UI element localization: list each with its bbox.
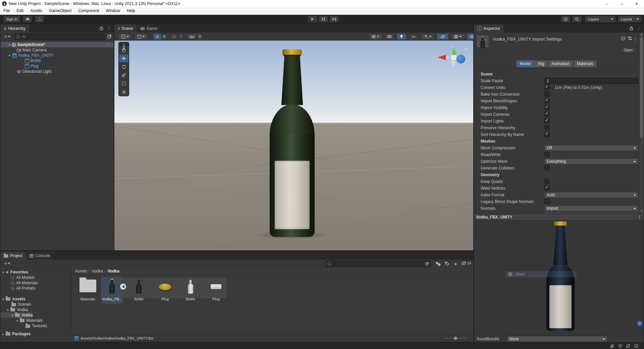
refresh-disabled-icon[interactable] [626, 344, 631, 348]
step-button[interactable] [329, 16, 339, 22]
menu-help[interactable]: Help [123, 7, 139, 15]
check-status-icon[interactable] [634, 344, 639, 348]
preview-area[interactable]: Окно [474, 221, 644, 335]
tab-animation[interactable]: Animation [548, 60, 573, 67]
hierarchy-search-field[interactable] [21, 34, 104, 39]
legacy-blendshape-normals-checkbox[interactable] [544, 199, 550, 204]
maximize-button[interactable] [614, 0, 629, 7]
tree-scenes[interactable]: Scenes [1, 302, 31, 307]
hierarchy-menu-icon[interactable] [107, 25, 111, 31]
scale-tool-button[interactable] [119, 71, 128, 79]
y-axis-handle[interactable] [451, 48, 457, 55]
label-blue-icon[interactable] [637, 321, 642, 326]
pause-button[interactable] [319, 16, 328, 22]
tree-vodka-selected[interactable]: Vodka [1, 312, 33, 318]
menu-gameobject[interactable]: GameObject [46, 7, 75, 15]
project-search-input[interactable] [326, 260, 431, 267]
rotate-tool-button[interactable] [119, 62, 128, 71]
menu-edit[interactable]: Edit [13, 7, 27, 15]
tree-all-prefabs[interactable]: All Prefabs [1, 286, 36, 291]
generate-colliders-checkbox[interactable] [544, 165, 550, 170]
menu-component[interactable]: Component [75, 7, 102, 15]
snap-toggle[interactable] [170, 34, 178, 40]
breadcrumb-assets[interactable]: Assets [75, 269, 87, 273]
scroll-up-icon[interactable]: ▲ [639, 33, 644, 37]
neg-y-axis-handle[interactable] [451, 61, 456, 67]
import-cameras-checkbox[interactable] [544, 111, 550, 117]
slider-handle[interactable] [454, 337, 457, 340]
search-by-label-icon[interactable] [445, 261, 449, 266]
create-asset-button[interactable]: + [2, 260, 12, 266]
tab-project[interactable]: Project [0, 252, 26, 260]
layers-dropdown[interactable]: Layers [585, 16, 616, 22]
asset-item-vodka-fbx[interactable]: Vodka_FB... [101, 278, 123, 304]
layout-dropdown[interactable]: Layout [618, 16, 641, 22]
cloud-button[interactable] [23, 16, 32, 22]
lock-icon[interactable] [100, 26, 103, 30]
preview-header[interactable]: Vodka_FBX_UNITY [474, 213, 644, 220]
read-write-checkbox[interactable] [544, 152, 550, 157]
sign-in-button[interactable]: Sign in [3, 16, 20, 22]
expand-arrow-icon[interactable] [9, 42, 10, 47]
breadcrumb-vodka[interactable]: Vodka [92, 269, 103, 273]
tab-hierarchy[interactable]: Hierarchy [0, 24, 29, 33]
picker-icon[interactable] [107, 34, 112, 39]
scene-toolbar-menu-icon[interactable] [468, 34, 472, 40]
collapse-subassets-button[interactable] [120, 284, 126, 290]
favorites-filter-icon[interactable] [454, 261, 458, 267]
grid-options-dropdown[interactable] [162, 34, 167, 40]
convert-units-checkbox[interactable] [544, 85, 550, 90]
blend-shape-normals-dropdown[interactable]: Calculate [544, 212, 638, 213]
scroll-down-icon[interactable]: ▼ [639, 209, 644, 213]
z-axis-handle[interactable] [457, 55, 465, 63]
menu-file[interactable]: File [0, 7, 13, 15]
lock-icon[interactable] [630, 26, 633, 30]
hierarchy-search-input[interactable] [14, 33, 105, 40]
tree-item-vodka-fbx-unity[interactable]: Vodka_FBX_UNITY [1, 53, 113, 58]
scene-visibility-toggle[interactable] [437, 34, 448, 40]
bottle-object[interactable] [259, 41, 326, 250]
rect-tool-button[interactable] [119, 79, 128, 88]
plastic-scm-button[interactable] [35, 16, 44, 22]
inspector-menu-icon[interactable] [637, 25, 641, 31]
tab-scene[interactable]: #Scene [114, 24, 137, 33]
presets-icon[interactable] [628, 36, 632, 40]
tab-game[interactable]: Game [137, 24, 161, 33]
tree-all-models[interactable]: All Models [1, 275, 35, 280]
expand-arrow-icon[interactable] [9, 53, 10, 58]
keep-quads-checkbox[interactable] [544, 179, 550, 184]
asset-item-materials[interactable]: Materials [77, 278, 99, 304]
tree-materials[interactable]: Materials [1, 318, 43, 323]
create-object-button[interactable]: + [2, 34, 12, 40]
inspector-scrollbar[interactable]: ▲ ▼ [639, 33, 644, 213]
import-blendshapes-checkbox[interactable] [544, 98, 550, 103]
2d-toggle[interactable]: 2D [385, 34, 394, 40]
asset-item-plug-white[interactable]: Plug [205, 278, 227, 304]
header-menu-icon[interactable] [633, 36, 638, 42]
tab-model[interactable]: Model [516, 60, 535, 67]
bake-axis-conversion-checkbox[interactable] [544, 91, 550, 97]
hidden-count[interactable]: 14 [461, 261, 471, 265]
tree-packages[interactable]: Packages [1, 331, 31, 337]
x-axis-handle[interactable] [438, 55, 446, 60]
open-button[interactable]: Open [620, 47, 637, 53]
preserve-hierarchy-checkbox[interactable] [544, 125, 550, 130]
tree-item-plug[interactable]: Plug [1, 63, 113, 69]
menu-assets[interactable]: Assets [27, 7, 46, 15]
asset-item-plug-mesh[interactable]: Plug [154, 278, 176, 304]
optimize-mesh-dropdown[interactable]: Everything [544, 158, 638, 164]
tab-rig[interactable]: Rig [534, 60, 548, 67]
breadcrumb-vodka2[interactable]: Vodka [108, 269, 119, 273]
move-tool-button[interactable] [119, 54, 128, 62]
play-button[interactable] [308, 16, 317, 22]
index-format-dropdown[interactable]: Auto [544, 192, 638, 198]
projection-label[interactable]: ◂ Persp [444, 72, 458, 77]
tree-item-bottle[interactable]: Bottle [1, 58, 113, 63]
mesh-compression-dropdown[interactable]: Off [544, 145, 638, 151]
tab-console[interactable]: Console [26, 252, 53, 260]
asset-item-bottle-white[interactable]: Bottle [180, 278, 201, 304]
shading-mode-dropdown[interactable] [135, 34, 148, 40]
thumbnail-size-slider[interactable] [445, 338, 467, 339]
preview-menu-icon[interactable] [637, 214, 642, 219]
scene-menu-icon[interactable] [106, 42, 111, 47]
